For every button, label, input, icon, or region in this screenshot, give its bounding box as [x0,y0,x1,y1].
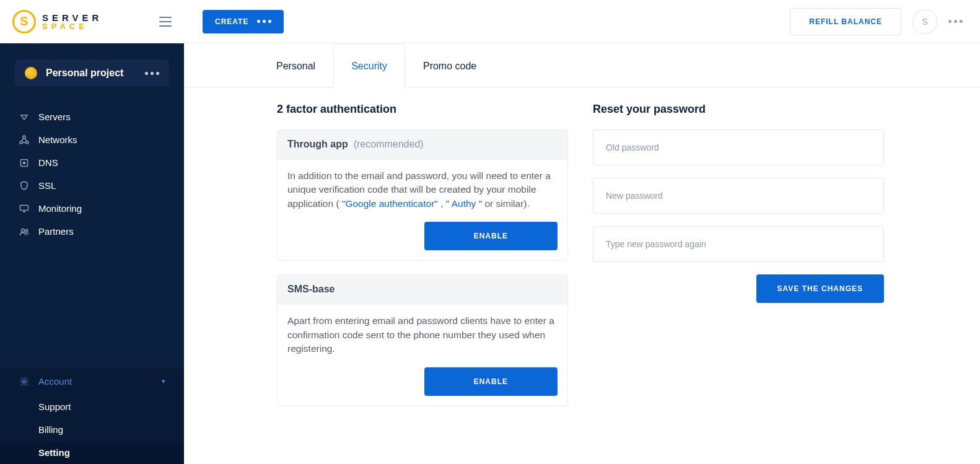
confirm-password-input[interactable] [593,226,884,262]
create-label: CREATE [215,17,248,26]
account-section: Account ▾ Support Billing Setting [0,367,184,464]
twofa-sms-card: SMS-base Apart from entering email and p… [277,274,568,406]
svg-point-2 [26,141,28,144]
shield-icon [19,181,30,190]
topbar-left: S SERVER SPACE [0,10,184,33]
sidebar-item-account[interactable]: Account ▾ [0,367,184,395]
sidebar-item-label: DNS [38,157,58,168]
logo-top: SERVER [42,13,102,22]
old-password-input[interactable] [593,129,884,165]
tab-promo-code[interactable]: Promo code [405,44,494,88]
save-changes-button[interactable]: SAVE THE CHANGES [756,274,884,303]
svg-rect-5 [20,205,28,210]
sidebar-subitem-support[interactable]: Support [0,395,184,418]
sidebar-item-label: Monitoring [38,203,82,214]
sidebar-item-partners[interactable]: Partners [0,220,184,243]
sidebar-item-label: Servers [38,112,71,122]
svg-point-1 [20,141,22,144]
topbar-right: REFILL BALANCE S [790,8,980,35]
svg-point-0 [23,136,25,138]
twofa-sms-enable-button[interactable]: ENABLE [424,367,558,396]
password-column: Reset your password SAVE THE CHANGES [593,103,884,420]
twofa-app-hint: (recommended) [351,139,423,149]
account-label: Account [38,376,153,387]
sidebar-item-monitoring[interactable]: Monitoring [0,197,184,220]
svg-point-7 [25,229,28,232]
twofa-sms-desc: Apart from entering email and password c… [278,304,567,367]
monitor-icon [19,204,30,213]
svg-point-4 [24,162,25,164]
twofa-app-head: Through app (recommended) [278,130,567,159]
twofa-app-title: Through app [287,139,348,149]
tab-personal[interactable]: Personal [258,44,333,88]
square-dot-icon [19,159,30,167]
svg-point-6 [22,229,25,232]
sidebar-item-label: Partners [38,226,74,237]
twofa-title: 2 factor authentication [277,103,568,116]
nav: Servers Networks DNS SSL [0,102,184,247]
sidebar-item-label: SSL [38,180,56,191]
twofa-sms-head: SMS-base [278,275,567,304]
project-selector[interactable]: Personal project [15,59,169,87]
topbar-main: CREATE [184,10,790,33]
sidebar-item-label: Networks [38,134,77,145]
twofa-column: 2 factor authentication Through app (rec… [277,103,568,420]
logo-mark-icon: S [12,10,36,33]
twofa-app-sep: , [440,198,446,209]
svg-point-8 [23,380,26,383]
triangle-down-icon [19,113,30,121]
twofa-app-card: Through app (recommended) In addition to… [277,129,568,261]
tab-security[interactable]: Security [333,44,405,88]
avatar[interactable]: S [912,9,937,34]
project-name: Personal project [46,68,136,79]
more-icon [257,20,271,23]
sidebar-item-networks[interactable]: Networks [0,128,184,151]
gear-icon [19,377,30,387]
new-password-input[interactable] [593,178,884,214]
password-title: Reset your password [593,103,884,116]
sidebar-item-dns[interactable]: DNS [0,151,184,174]
create-button[interactable]: CREATE [203,10,284,33]
sidebar-subitem-setting[interactable]: Setting [0,441,184,464]
twofa-app-desc: In addition to the email and password, y… [278,159,567,222]
nodes-icon [19,135,30,145]
project-more-icon[interactable] [145,72,159,75]
authy-link[interactable]: " Authy " [446,198,482,209]
topbar: S SERVER SPACE CREATE REFILL BALANCE S [0,0,980,43]
users-icon [19,227,30,236]
sidebar-item-servers[interactable]: Servers [0,105,184,128]
logo-text: SERVER SPACE [42,13,102,30]
twofa-sms-title: SMS-base [287,284,335,294]
content: Personal Security Promo code 2 factor au… [184,43,980,464]
sidebar-item-ssl[interactable]: SSL [0,174,184,197]
twofa-app-desc-post: or similar). [484,198,529,209]
logo-bottom: SPACE [42,22,102,30]
menu-toggle-icon[interactable] [159,17,172,27]
refill-balance-button[interactable]: REFILL BALANCE [790,8,901,35]
tabs: Personal Security Promo code [184,43,980,88]
google-authenticator-link[interactable]: "Google authenticator" [342,198,438,209]
project-icon [25,67,37,79]
logo[interactable]: S SERVER SPACE [12,10,102,33]
topbar-more-icon[interactable] [948,20,963,23]
chevron-down-icon: ▾ [162,377,165,385]
twofa-app-enable-button[interactable]: ENABLE [424,222,558,250]
sidebar: Personal project Servers Networks DN [0,43,184,464]
sidebar-subitem-billing[interactable]: Billing [0,418,184,441]
